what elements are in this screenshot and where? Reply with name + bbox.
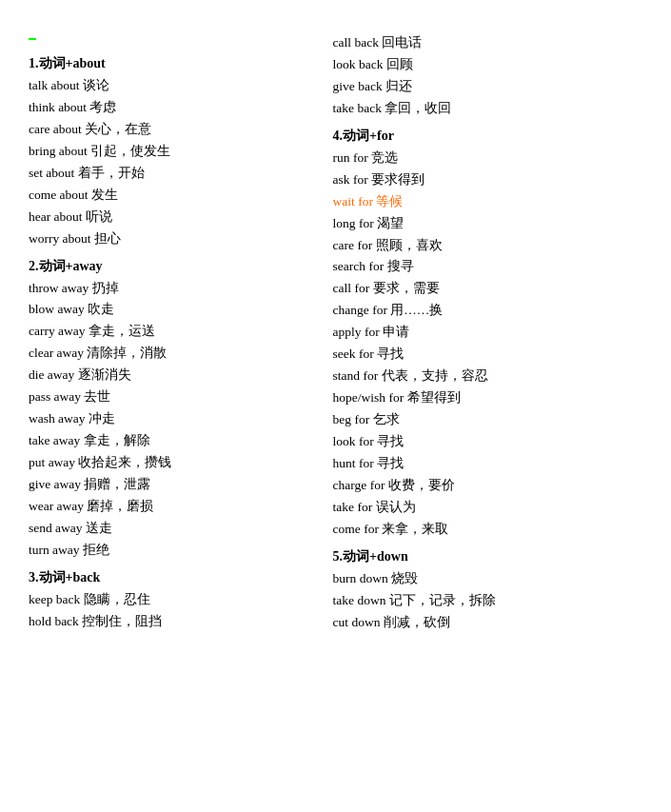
list-item: ask for 要求得到 — [333, 169, 642, 191]
left-column: 1.动词+abouttalk about 谈论think about 考虑car… — [29, 32, 324, 633]
content-area: 1.动词+abouttalk about 谈论think about 考虑car… — [29, 32, 642, 633]
right-column: call back 回电话look back 回顾give back 归还tak… — [324, 32, 642, 633]
list-item: take back 拿回，收回 — [333, 98, 642, 120]
list-item: give away 捐赠，泄露 — [29, 474, 314, 496]
list-item: carry away 拿走，运送 — [29, 321, 314, 343]
list-item: call back 回电话 — [333, 32, 642, 54]
list-item: wash away 冲走 — [29, 408, 314, 430]
list-item: take for 误认为 — [333, 497, 642, 519]
list-item: care about 关心，在意 — [29, 119, 314, 141]
list-item: burn down 烧毁 — [333, 568, 642, 590]
list-item: put away 收拾起来，攒钱 — [29, 452, 314, 474]
subsection-header: 1.动词+about — [29, 55, 314, 72]
list-item: bring about 引起，使发生 — [29, 141, 314, 163]
list-item: search for 搜寻 — [333, 256, 642, 278]
list-item: clear away 清除掉，消散 — [29, 343, 314, 365]
list-item: seek for 寻找 — [333, 344, 642, 366]
list-item: keep back 隐瞒，忍住 — [29, 589, 314, 611]
list-item: send away 送走 — [29, 518, 314, 540]
list-item: blow away 吹走 — [29, 299, 314, 321]
list-item: wait for 等候 — [333, 191, 642, 213]
list-item: long for 渴望 — [333, 213, 642, 235]
list-item: change for 用……换 — [333, 300, 642, 322]
list-item: care for 照顾，喜欢 — [333, 235, 642, 257]
list-item: look back 回顾 — [333, 54, 642, 76]
list-item: run for 竞选 — [333, 148, 642, 169]
list-item: hear about 听说 — [29, 207, 314, 228]
list-item: look for 寻找 — [333, 431, 642, 453]
subsection-header: 2.动词+away — [29, 258, 314, 275]
list-item: talk about 谈论 — [29, 75, 314, 97]
list-item: take down 记下，记录，拆除 — [333, 590, 642, 612]
list-item: take away 拿走，解除 — [29, 430, 314, 452]
list-item: give back 归还 — [333, 76, 642, 98]
list-item: wear away 磨掉，磨损 — [29, 496, 314, 518]
list-item: hunt for 寻找 — [333, 453, 642, 475]
list-item: pass away 去世 — [29, 386, 314, 408]
section-header-zhuanti — [29, 38, 36, 40]
list-item: apply for 申请 — [333, 322, 642, 344]
list-item: hope/wish for 希望得到 — [333, 387, 642, 409]
list-item: die away 逐渐消失 — [29, 365, 314, 386]
list-item: call for 要求，需要 — [333, 278, 642, 300]
list-item: throw away 扔掉 — [29, 278, 314, 300]
subsection-header: 3.动词+back — [29, 569, 314, 586]
list-item: worry about 担心 — [29, 228, 314, 250]
list-item: think about 考虑 — [29, 97, 314, 119]
list-item: come for 来拿，来取 — [333, 519, 642, 541]
subsection-header: 5.动词+down — [333, 548, 642, 565]
list-item: stand for 代表，支持，容忍 — [333, 366, 642, 387]
list-item: charge for 收费，要价 — [333, 475, 642, 497]
list-item: come about 发生 — [29, 185, 314, 207]
list-item: beg for 乞求 — [333, 409, 642, 431]
list-item: set about 着手，开始 — [29, 163, 314, 185]
list-item: hold back 控制住，阻挡 — [29, 611, 314, 633]
list-item: turn away 拒绝 — [29, 540, 314, 562]
list-item: cut down 削减，砍倒 — [333, 612, 642, 634]
subsection-header: 4.动词+for — [333, 128, 642, 145]
